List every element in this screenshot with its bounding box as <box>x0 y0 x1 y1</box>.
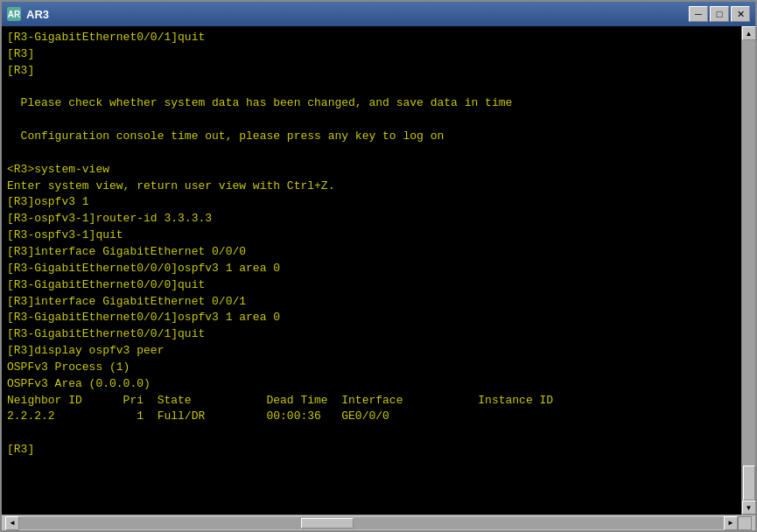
terminal-line-23: Neighbor ID Pri State Dead Time Interfac… <box>7 393 750 410</box>
terminal-line-5: Please check whether system data has bee… <box>7 95 750 112</box>
terminal-container: [R3-GigabitEthernet0/0/1]quit[R3][R3] Pl… <box>2 26 755 514</box>
statusbar: ◄ ► <box>2 514 755 530</box>
window-title: AR3 <box>26 8 689 21</box>
terminal-line-16: [R3-GigabitEthernet0/0/0]quit <box>7 277 750 294</box>
scroll-left-arrow[interactable]: ◄ <box>5 516 19 530</box>
terminal-line-1: [R3-GigabitEthernet0/0/1]quit <box>7 30 750 46</box>
terminal-line-20: [R3]display ospfv3 peer <box>7 343 750 360</box>
terminal-line-25 <box>7 425 750 442</box>
terminal-line-21: OSPFv3 Process (1) <box>7 360 750 376</box>
terminal-line-11: [R3]ospfv3 1 <box>7 194 750 211</box>
maximize-button[interactable]: □ <box>710 6 729 22</box>
terminal-line-12: [R3-ospfv3-1]router-id 3.3.3.3 <box>7 211 750 228</box>
window-icon: AR <box>7 7 21 21</box>
terminal-line-13: [R3-ospfv3-1]quit <box>7 228 750 244</box>
terminal-line-18: [R3-GigabitEthernet0/0/1]ospfv3 1 area 0 <box>7 310 750 326</box>
terminal-line-26: [R3] <box>7 442 750 458</box>
terminal-line-7: Configuration console time out, please p… <box>7 129 750 145</box>
title-bar-buttons: ─ □ ✕ <box>689 6 750 22</box>
scroll-track-y[interactable] <box>742 40 755 500</box>
scroll-down-arrow[interactable]: ▼ <box>742 500 756 514</box>
terminal-line-14: [R3]interface GigabitEthernet 0/0/0 <box>7 244 750 261</box>
vertical-scrollbar[interactable]: ▲ ▼ <box>741 26 755 514</box>
scroll-right-arrow[interactable]: ► <box>724 516 738 530</box>
terminal-line-10: Enter system view, return user view with… <box>7 178 750 195</box>
terminal-line-17: [R3]interface GigabitEthernet 0/0/1 <box>7 294 750 311</box>
terminal-content[interactable]: [R3-GigabitEthernet0/0/1]quit[R3][R3] Pl… <box>2 26 755 514</box>
terminal-line-2: [R3] <box>7 46 750 63</box>
terminal-line-24: 2.2.2.2 1 Full/DR 00:00:36 GE0/0/0 <box>7 409 750 425</box>
scrollbar-corner <box>738 516 752 530</box>
minimize-button[interactable]: ─ <box>689 6 708 22</box>
terminal-line-6 <box>7 112 750 129</box>
scroll-track-x[interactable] <box>19 517 724 529</box>
terminal-line-19: [R3-GigabitEthernet0/0/1]quit <box>7 326 750 343</box>
terminal-line-4 <box>7 80 750 96</box>
scroll-thumb-y[interactable] <box>743 466 755 500</box>
window-icon-label: AR <box>8 10 20 19</box>
scroll-thumb-x[interactable] <box>301 518 354 528</box>
terminal-line-3: [R3] <box>7 63 750 80</box>
terminal-line-8 <box>7 145 750 162</box>
close-button[interactable]: ✕ <box>731 6 750 22</box>
horizontal-scrollbar[interactable]: ◄ ► <box>5 515 738 530</box>
title-bar: AR AR3 ─ □ ✕ <box>2 2 755 26</box>
scroll-up-arrow[interactable]: ▲ <box>742 26 756 40</box>
terminal-line-22: OSPFv3 Area (0.0.0.0) <box>7 376 750 393</box>
main-window: AR AR3 ─ □ ✕ [R3-GigabitEthernet0/0/1]qu… <box>0 0 757 532</box>
terminal-line-15: [R3-GigabitEthernet0/0/0]ospfv3 1 area 0 <box>7 261 750 277</box>
terminal-line-9: <R3>system-view <box>7 162 750 178</box>
